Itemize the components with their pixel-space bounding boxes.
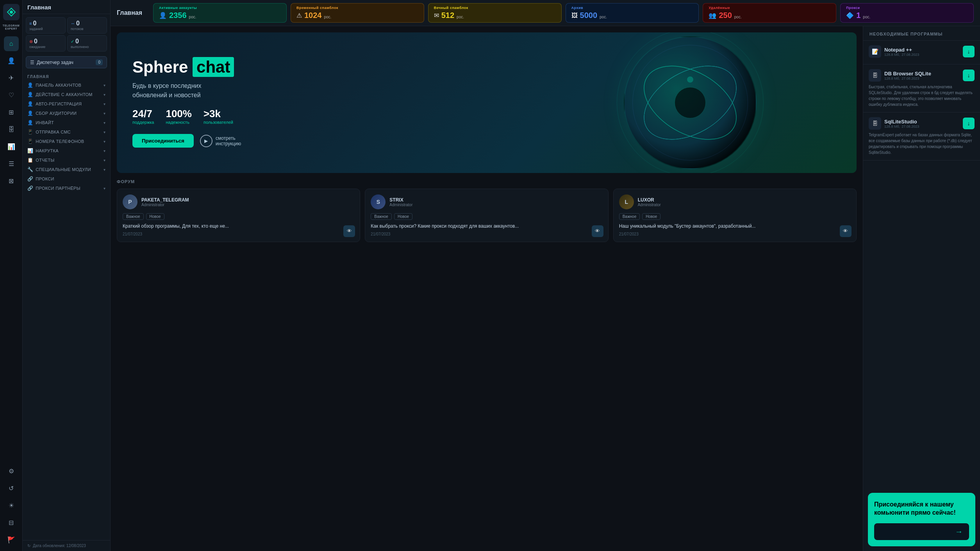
stat-card-perm-spam: Вечный спамблок ✉ 512 рос. [428, 3, 562, 23]
mail-icon: ✉ [434, 12, 439, 19]
send-icon[interactable]: ✈ [4, 71, 19, 86]
badges-1: Важное Новое [371, 213, 602, 220]
audience-icon: 👤 [27, 111, 33, 116]
main-content: Главная Активные аккаунты 👤 2356 рос. Вр… [111, 0, 980, 551]
tasks-icon: ≡ [29, 21, 32, 26]
community-text: Присоединяйся к нашему комьюнити прямо с… [874, 501, 969, 517]
update-icon: ↻ [27, 544, 30, 548]
forum-title: ФОРУМ [117, 179, 857, 184]
done-icon: ✓ [71, 39, 74, 44]
download-sqllite-button[interactable]: ↓ [963, 118, 975, 129]
prog-left-notepad: 📝 Notepad ++ 128.8 Мб, 27.08.2023 [869, 45, 919, 58]
forum-card-action-0[interactable]: 👁 [343, 225, 355, 237]
sidebar-item-account-action[interactable]: 👤 ДЕЙСТВИЕ С АККАУНТОМ ▾ [23, 90, 110, 99]
programs-section-title: НЕОБХОДИМЫЕ ПРОГРАММЫ [863, 26, 980, 41]
db-icon[interactable]: 🗄 [4, 122, 19, 137]
settings-icon[interactable]: ⚙ [4, 464, 19, 478]
hero-stat-support: 24/7 поддержка [132, 108, 154, 125]
prog-date-dbbrowser: 27.08.2023 [901, 77, 919, 80]
phone-icon: 📱 [27, 139, 33, 144]
chevron-right-icon-2: ▾ [104, 102, 105, 106]
sidebar-item-reports[interactable]: 📋 ОТЧЕТЫ ▾ [23, 155, 110, 165]
chart-icon[interactable]: 📊 [4, 139, 19, 154]
user-info-2: LUXOR Administrator [638, 197, 661, 207]
program-card-sqllite: 🗄 SqlLiteStudio 128.8 Мб, 27.08.2023 ↓ T… [863, 112, 980, 160]
forum-card-header-1: S STRIX Administrator [371, 194, 602, 209]
card-unit-active: рос. [189, 15, 196, 20]
sliders-icon[interactable]: ⊟ [4, 515, 19, 530]
proxy-icon: 🔗 [27, 176, 33, 182]
forum-card-date-1: 21/07/2023 [371, 232, 602, 236]
sidebar-item-boost[interactable]: 📊 НАКРУТКА ▾ [23, 146, 110, 155]
program-header-notepad: 📝 Notepad ++ 128.8 Мб, 27.08.2023 ↓ [869, 45, 975, 58]
right-panel: НЕОБХОДИМЫЕ ПРОГРАММЫ 📝 Notepad ++ 128.8… [863, 26, 980, 551]
sidebar-item-invite[interactable]: 👤 ИНВАЙТ ▾ [23, 118, 110, 127]
sidebar-item-proxy[interactable]: 🔗 ПРОКСИ [23, 174, 110, 184]
heart-icon[interactable]: ♡ [4, 88, 19, 103]
forum-card-2: L LUXOR Administrator Важное Новое Наш у… [613, 189, 857, 242]
app-name: TELEGRAM EXPERT [0, 24, 22, 31]
accounts-panel-icon: 👤 [27, 82, 33, 88]
forum-card-action-1[interactable]: 👁 [592, 225, 603, 237]
forum-card-title-2: Наш уникальный модуль "Бустер аккаунтов"… [619, 223, 851, 230]
download-dbbrowser-button[interactable]: ↓ [963, 70, 975, 81]
card-label-deleted: Удалённые [709, 6, 730, 10]
prog-name-notepad: Notepad ++ [884, 47, 919, 53]
auto-reg-icon: 👤 [27, 101, 33, 107]
proxy-label: ПРОКСИ [36, 177, 54, 181]
download-notepad-button[interactable]: ↓ [963, 46, 975, 57]
chevron-right-icon-5: ▾ [104, 130, 105, 134]
sidebar-item-sms[interactable]: 📱 ОТПРАВКА СМС ▾ [23, 127, 110, 137]
stat-card-proxy: Прокси 🔷 1 рос. [840, 3, 974, 23]
hero-content: Sphere chat Будь в курсе последнихобновл… [117, 42, 857, 163]
forum-cards: P PAKETA_TELEGRAM Administrator Важное Н… [117, 189, 857, 242]
prog-size-sqllite: 128.8 Мб, [884, 125, 900, 128]
program-header-sqllite: 🗄 SqlLiteStudio 128.8 Мб, 27.08.2023 ↓ [869, 117, 975, 130]
prog-name-dbbrowser: DB Browser SQLite [884, 71, 931, 77]
forum-card-1: S STRIX Administrator Важное Новое Как в… [365, 189, 608, 242]
grid-icon[interactable]: ⊞ [4, 105, 19, 120]
users-num: >3k [203, 108, 233, 120]
sidebar-header: Главная [23, 0, 110, 14]
task-manager-icon: ☰ [30, 60, 34, 65]
badges-2: Важное Новое [619, 213, 851, 220]
task-manager-button[interactable]: ☰ Диспетчер задач 0 [26, 56, 107, 68]
flag-icon[interactable]: 🚩 [4, 532, 19, 547]
audience-label: СБОР АУДИТОРИИ [36, 111, 77, 116]
user-icon[interactable]: 👤 [4, 53, 19, 68]
avatar-0: P [123, 194, 137, 209]
hero-actions: Присоединиться ▶ смотретьинструкцию [132, 134, 841, 148]
notepad-icon: 📝 [869, 45, 881, 58]
sidebar-item-accounts-panel[interactable]: 👤 ПАНЕЛЬ АККАУНТОВ ▾ [23, 80, 110, 90]
forum-card-action-2[interactable]: 👁 [840, 225, 851, 237]
sidebar-item-special-modules[interactable]: 🔧 СПЕЦИАЛЬНЫЕ МОДУЛИ ▾ [23, 165, 110, 174]
forum-card-header-2: L LUXOR Administrator [619, 194, 851, 209]
chevron-right-icon-6: ▾ [104, 139, 105, 144]
flows-icon: ↔ [71, 21, 75, 26]
sidebar-item-auto-reg[interactable]: 👤 АВТО-РЕГИСТРАЦИЯ ▾ [23, 99, 110, 109]
sqllite-icon: 🗄 [869, 117, 881, 130]
community-button[interactable]: → [874, 523, 969, 540]
proxy-partners-label: ПРОКСИ ПАРТНЁРЫ [36, 186, 80, 191]
refresh-icon[interactable]: ↺ [4, 481, 19, 496]
badge-new-2: Новое [642, 213, 660, 220]
sms-icon: 📱 [27, 129, 33, 135]
hero-stats: 24/7 поддержка 100% надежность >3k польз… [132, 108, 841, 125]
stat-card-deleted: Удалённые 👥 250 рос. [703, 3, 836, 23]
sidebar-item-proxy-partners[interactable]: 🔗 ПРОКСИ ПАРТНЁРЫ ▾ [23, 184, 110, 193]
userrole-0: Administrator [141, 203, 189, 207]
prog-date-sqllite: 27.08.2023 [901, 125, 919, 128]
sun-icon[interactable]: ☀ [4, 498, 19, 513]
watch-button[interactable]: ▶ смотретьинструкцию [200, 135, 241, 147]
prog-size-dbbrowser: 128.8 Мб, [884, 77, 900, 80]
username-1: STRIX [389, 197, 412, 203]
support-num: 24/7 [132, 108, 154, 120]
sidebar-item-audience[interactable]: 👤 СБОР АУДИТОРИИ ▾ [23, 109, 110, 118]
table-icon[interactable]: ☰ [4, 157, 19, 171]
badge-important-2: Важное [619, 213, 640, 220]
join-button[interactable]: Присоединиться [132, 134, 194, 148]
sidebar-item-phone-numbers[interactable]: 📱 НОМЕРА ТЕЛЕФОНОВ ▾ [23, 137, 110, 146]
home-icon[interactable]: ⌂ [4, 36, 19, 51]
done-label: выполнено [71, 45, 104, 49]
apps-icon[interactable]: ⊠ [4, 174, 19, 189]
